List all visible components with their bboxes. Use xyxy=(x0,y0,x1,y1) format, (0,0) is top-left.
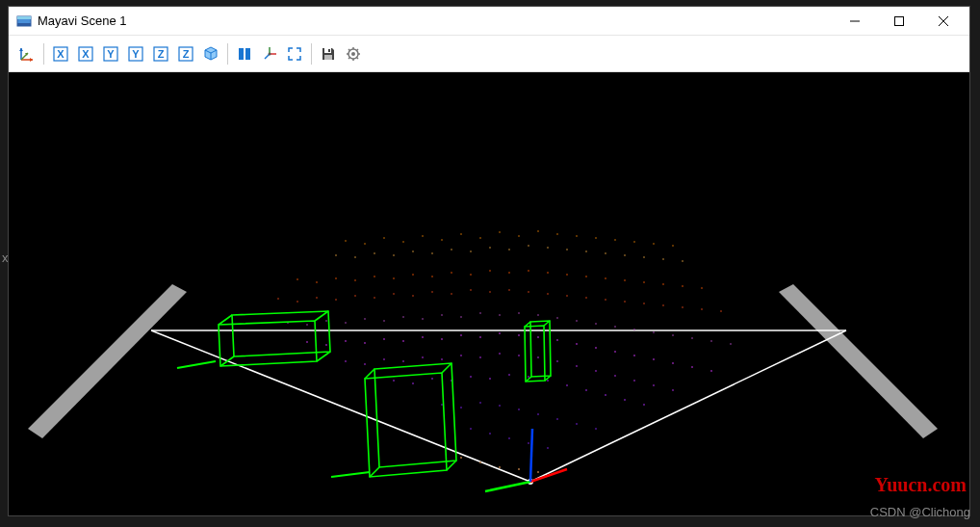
svg-line-252 xyxy=(530,429,532,482)
svg-point-53 xyxy=(383,237,384,238)
svg-point-220 xyxy=(595,428,597,430)
svg-point-69 xyxy=(335,254,336,255)
svg-point-172 xyxy=(576,343,578,345)
svg-point-185 xyxy=(441,358,443,360)
separator xyxy=(43,43,44,65)
svg-point-59 xyxy=(499,231,500,232)
reset-view-button[interactable] xyxy=(15,42,39,66)
svg-point-105 xyxy=(624,279,626,281)
view-y-plus-button[interactable]: Y xyxy=(99,42,122,66)
show-axes-button[interactable] xyxy=(258,42,281,66)
svg-point-102 xyxy=(566,274,568,276)
svg-text:X: X xyxy=(82,48,90,60)
svg-point-113 xyxy=(335,299,337,301)
svg-point-92 xyxy=(374,276,375,277)
view-x-minus-button[interactable]: X xyxy=(74,42,97,66)
svg-point-203 xyxy=(489,378,491,380)
svg-point-189 xyxy=(518,355,520,356)
svg-point-156 xyxy=(710,340,712,342)
svg-point-104 xyxy=(605,277,606,279)
svg-point-214 xyxy=(479,402,481,404)
svg-point-188 xyxy=(499,353,501,355)
svg-point-79 xyxy=(528,245,529,246)
svg-point-151 xyxy=(614,326,616,328)
svg-point-103 xyxy=(585,276,587,277)
heading-arrow-2 xyxy=(331,472,370,477)
svg-text:Z: Z xyxy=(158,48,165,60)
svg-point-168 xyxy=(499,332,501,334)
svg-point-163 xyxy=(402,340,404,342)
svg-point-177 xyxy=(672,362,674,364)
3d-viewport[interactable] xyxy=(9,72,969,515)
svg-point-200 xyxy=(431,378,433,380)
configure-button[interactable] xyxy=(342,42,365,66)
svg-point-205 xyxy=(528,376,529,378)
svg-point-170 xyxy=(537,336,539,338)
svg-point-54 xyxy=(402,241,403,242)
svg-point-210 xyxy=(624,399,626,401)
svg-point-159 xyxy=(325,344,327,346)
svg-point-165 xyxy=(441,338,443,340)
svg-point-88 xyxy=(297,278,298,280)
svg-line-45 xyxy=(357,57,359,59)
svg-point-182 xyxy=(383,358,385,360)
svg-point-228 xyxy=(499,466,501,468)
svg-point-150 xyxy=(595,323,597,325)
svg-point-213 xyxy=(460,407,462,408)
view-x-plus-button[interactable]: X xyxy=(49,42,72,66)
svg-point-58 xyxy=(479,237,480,238)
svg-point-87 xyxy=(682,260,683,261)
svg-point-132 xyxy=(701,308,703,310)
svg-line-47 xyxy=(357,49,359,51)
svg-point-137 xyxy=(345,322,347,324)
isometric-view-button[interactable] xyxy=(199,42,222,66)
svg-point-133 xyxy=(720,310,722,312)
svg-point-39 xyxy=(351,52,355,56)
svg-point-101 xyxy=(547,272,549,274)
svg-point-52 xyxy=(364,243,365,244)
svg-line-251 xyxy=(485,482,530,491)
parallel-projection-button[interactable] xyxy=(233,42,256,66)
titlebar: Mayavi Scene 1 xyxy=(9,7,969,36)
svg-point-208 xyxy=(585,389,587,391)
svg-point-141 xyxy=(422,318,424,320)
svg-point-115 xyxy=(374,297,375,299)
svg-rect-36 xyxy=(324,55,332,60)
svg-point-73 xyxy=(412,250,413,251)
maximize-button[interactable] xyxy=(877,7,921,36)
view-y-minus-button[interactable]: Y xyxy=(124,42,147,66)
svg-point-211 xyxy=(643,404,645,406)
minimize-button[interactable] xyxy=(833,7,877,36)
heading-arrow-1 xyxy=(177,361,216,368)
separator xyxy=(311,43,312,65)
fullscreen-button[interactable] xyxy=(283,42,306,66)
svg-point-207 xyxy=(566,384,568,386)
view-z-minus-button[interactable]: Z xyxy=(174,42,197,66)
save-button[interactable] xyxy=(317,42,340,66)
svg-text:Y: Y xyxy=(107,48,115,60)
svg-line-44 xyxy=(348,49,350,51)
svg-point-126 xyxy=(585,297,587,299)
svg-line-46 xyxy=(348,57,350,59)
svg-point-67 xyxy=(653,243,654,244)
svg-point-63 xyxy=(576,235,577,236)
svg-point-85 xyxy=(643,256,644,257)
svg-line-233 xyxy=(219,315,232,325)
ground-edge-left xyxy=(28,284,187,438)
svg-point-193 xyxy=(595,370,597,372)
svg-point-176 xyxy=(653,358,655,360)
svg-point-175 xyxy=(633,355,635,356)
svg-rect-4 xyxy=(895,16,904,25)
svg-point-153 xyxy=(653,331,655,333)
svg-point-65 xyxy=(614,239,615,240)
svg-point-180 xyxy=(345,360,347,362)
close-button[interactable] xyxy=(921,7,966,36)
svg-point-112 xyxy=(316,297,318,299)
svg-point-179 xyxy=(710,370,712,372)
svg-point-204 xyxy=(508,374,510,376)
watermark-author: CSDN @Clichong xyxy=(870,505,970,519)
svg-rect-30 xyxy=(245,48,250,60)
svg-point-223 xyxy=(508,437,510,439)
view-z-plus-button[interactable]: Z xyxy=(149,42,172,66)
svg-point-116 xyxy=(393,293,395,295)
